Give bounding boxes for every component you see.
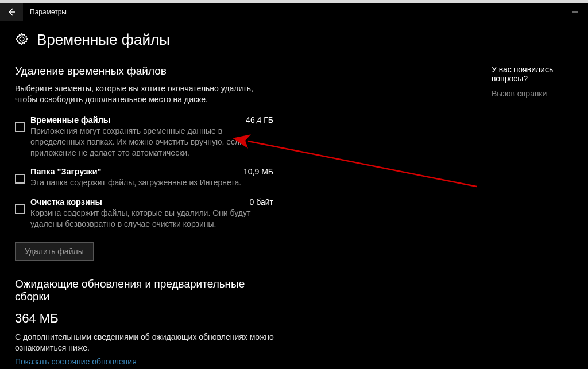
content-area: Временные файлы Удаление временных файло…	[0, 21, 588, 369]
page-title: Временные файлы	[37, 31, 170, 49]
item-title: Временные файлы	[30, 115, 110, 125]
side-column: У вас появились вопросы? Вызов справки	[359, 63, 573, 366]
downloads-checkbox[interactable]	[15, 174, 25, 184]
item-title: Папка "Загрузки"	[30, 167, 101, 176]
window-title: Параметры	[30, 8, 67, 16]
delete-files-button[interactable]: Удалить файлы	[15, 242, 94, 261]
item-desc: Корзина содержит файлы, которые вы удали…	[30, 208, 273, 230]
back-button[interactable]	[0, 3, 23, 21]
window-controls	[563, 3, 588, 21]
item-desc: Эта папка содержит файлы, загруженные из…	[30, 177, 273, 188]
temp-files-item: Временные файлы 46,4 ГБ Приложения могут…	[15, 115, 273, 158]
page-header: Временные файлы	[15, 31, 573, 49]
item-title: Очистка корзины	[30, 197, 102, 207]
recycle-bin-checkbox[interactable]	[15, 204, 25, 214]
item-size: 0 байт	[250, 197, 273, 207]
item-desc: Приложения могут сохранять временные дан…	[30, 126, 273, 158]
recycle-bin-item: Очистка корзины 0 байт Корзина содержит …	[15, 197, 273, 230]
minimize-icon	[572, 9, 579, 15]
titlebar: Параметры	[0, 3, 588, 21]
delete-section-desc: Выберите элементы, которые вы хотите око…	[15, 83, 262, 105]
item-size: 10,9 МБ	[243, 167, 273, 176]
delete-section-title: Удаление временных файлов	[15, 65, 359, 77]
minimize-button[interactable]	[563, 3, 588, 21]
show-update-status-link[interactable]: Показать состояние обновления	[15, 357, 359, 366]
questions-heading: У вас появились вопросы?	[492, 65, 573, 83]
help-link[interactable]: Вызов справки	[492, 89, 573, 98]
temp-files-checkbox[interactable]	[15, 122, 25, 132]
gear-icon	[15, 32, 29, 48]
arrow-left-icon	[7, 7, 16, 17]
pending-size: 364 МБ	[15, 311, 359, 326]
main-column: Удаление временных файлов Выберите элеме…	[15, 63, 359, 366]
downloads-item: Папка "Загрузки" 10,9 МБ Эта папка содер…	[15, 167, 273, 188]
pending-desc: С дополнительными сведениями об ожидающи…	[15, 332, 291, 354]
item-size: 46,4 ГБ	[246, 115, 273, 125]
pending-section-title: Ожидающие обновления и предварительные с…	[15, 278, 256, 303]
